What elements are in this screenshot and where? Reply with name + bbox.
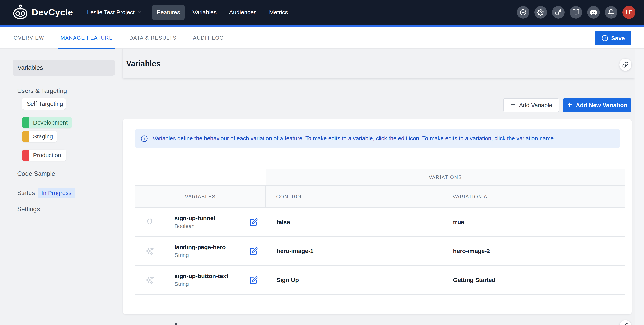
devcycle-robot-icon [12, 4, 28, 20]
book-open-icon [572, 9, 580, 16]
notifications-button[interactable] [605, 6, 618, 18]
nav-item-variables[interactable]: Variables [188, 5, 221, 20]
key-icon [555, 9, 562, 16]
sidebar-item-variables[interactable]: Variables [12, 60, 115, 76]
string-type-sparkles-icon [145, 275, 154, 285]
sidebar-item-code-sample[interactable]: Code Sample [17, 170, 55, 177]
variables-card: Variables define the behaviour of each v… [123, 119, 632, 315]
add-circle-icon [520, 9, 526, 16]
development-env-color-bar [22, 117, 29, 128]
save-button-label: Save [611, 35, 625, 41]
sidebar-item-production[interactable]: Production [22, 150, 66, 161]
docs-button[interactable] [570, 6, 582, 18]
plus-icon [567, 102, 572, 109]
control-value: hero-image-1 [266, 237, 444, 265]
variable-type: String [174, 281, 228, 287]
variable-name-cell: landing-page-hero String [164, 237, 266, 265]
tab-manage-feature[interactable]: MANAGE FEATURE [61, 27, 113, 48]
section-header: Variables [122, 49, 635, 78]
info-banner: Variables define the behaviour of each v… [135, 129, 620, 148]
top-nav: DevCycle Leslie Test Project Features Va… [0, 0, 644, 25]
edit-variable-button[interactable] [250, 247, 258, 255]
table-row: sign-up-button-text String Sign Up Getti… [135, 266, 625, 295]
progress-bar [0, 25, 644, 27]
project-selector[interactable]: Leslie Test Project [87, 9, 142, 16]
add-variable-label: Add Variable [519, 102, 552, 108]
table-column-headers: VARIABLES CONTROL VARIATION A [135, 185, 625, 208]
sidebar-item-self-targeting[interactable]: Self-Targeting [22, 98, 66, 109]
primary-nav: Features Variables Audiences Metrics [152, 5, 293, 20]
brand-name: DevCycle [32, 7, 73, 17]
tab-overview[interactable]: OVERVIEW [14, 27, 44, 48]
api-keys-button[interactable] [552, 6, 564, 18]
control-value: false [266, 208, 444, 236]
edit-variable-button[interactable] [250, 218, 258, 226]
settings-button[interactable] [534, 6, 547, 18]
clipped-next-section-text [175, 324, 178, 325]
staging-env-color-bar [22, 131, 29, 142]
variable-name: sign-up-funnel [174, 215, 215, 222]
gear-icon [537, 9, 544, 16]
tab-audit-log[interactable]: AUDIT LOG [193, 27, 224, 48]
devcycle-logo[interactable]: DevCycle [12, 4, 73, 20]
column-header-control[interactable]: CONTROL [266, 186, 444, 208]
variation-a-value: true [444, 208, 625, 236]
sidebar-item-staging[interactable]: Staging [22, 131, 57, 142]
discord-button[interactable] [587, 6, 600, 18]
variable-type-cell [135, 237, 164, 265]
variable-name: landing-page-hero [174, 244, 226, 251]
staging-label: Staging [33, 133, 53, 140]
production-label: Production [33, 152, 61, 159]
edit-pencil-icon [250, 247, 258, 255]
variables-table: VARIATIONS VARIABLES CONTROL VARIATION A… [135, 169, 625, 295]
development-label: Development [33, 119, 68, 126]
nav-utilities: LE [517, 6, 636, 19]
sidebar-item-status[interactable]: Status [17, 189, 35, 197]
feature-tab-bar: OVERVIEW MANAGE FEATURE DATA & RESULTS A… [0, 27, 644, 49]
variable-name-cell: sign-up-button-text String [164, 266, 266, 294]
project-name: Leslie Test Project [87, 9, 134, 16]
user-avatar[interactable]: LE [622, 6, 636, 19]
page-title: Variables [126, 59, 160, 68]
add-circle-button[interactable] [517, 6, 529, 18]
edit-pencil-icon [250, 276, 258, 284]
variable-type: Boolean [174, 223, 215, 229]
check-circle-icon [601, 35, 608, 42]
edit-variable-button[interactable] [250, 276, 258, 284]
tab-data-results[interactable]: DATA & RESULTS [129, 27, 177, 48]
save-button[interactable]: Save [595, 31, 632, 45]
table-row: landing-page-hero String hero-image-1 he… [135, 237, 625, 266]
scrollbar-gutter [635, 49, 644, 325]
status-badge: In Progress [38, 188, 75, 199]
nav-item-features[interactable]: Features [152, 5, 185, 20]
column-header-variables: VARIABLES [135, 186, 266, 208]
column-header-variation-a[interactable]: VARIATION A [444, 186, 625, 208]
info-banner-text: Variables define the behaviour of each v… [152, 135, 556, 142]
variation-a-value: hero-image-2 [444, 237, 625, 265]
link-icon [622, 62, 628, 68]
variable-type-cell [135, 266, 164, 294]
nav-item-audiences[interactable]: Audiences [224, 5, 261, 20]
control-value: Sign Up [266, 266, 444, 294]
sidebar-item-settings[interactable]: Settings [17, 206, 40, 213]
add-variable-button[interactable]: Add Variable [503, 98, 559, 112]
add-new-variation-button[interactable]: Add New Variation [562, 98, 632, 112]
plus-icon [510, 102, 516, 109]
discord-icon [590, 9, 597, 16]
edit-pencil-icon [250, 218, 258, 226]
table-row: sign-up-funnel Boolean false true [135, 208, 625, 237]
link-icon [622, 323, 628, 325]
section-link-button-partial[interactable] [619, 320, 632, 325]
variable-name-cell: sign-up-funnel Boolean [164, 208, 266, 236]
section-link-button[interactable] [619, 59, 632, 71]
sidebar-item-users-targeting[interactable]: Users & Targeting [17, 87, 67, 94]
info-icon [140, 135, 148, 142]
variation-a-value: Getting Started [444, 266, 625, 294]
self-targeting-label: Self-Targeting [27, 100, 63, 107]
nav-item-metrics[interactable]: Metrics [264, 5, 293, 20]
variable-type: String [174, 252, 226, 258]
sidebar-item-development[interactable]: Development [22, 117, 72, 128]
variable-type-cell [135, 208, 164, 236]
boolean-type-icon [145, 217, 154, 227]
content-area: Variables Users & Targeting Self-Targeti… [0, 49, 644, 325]
